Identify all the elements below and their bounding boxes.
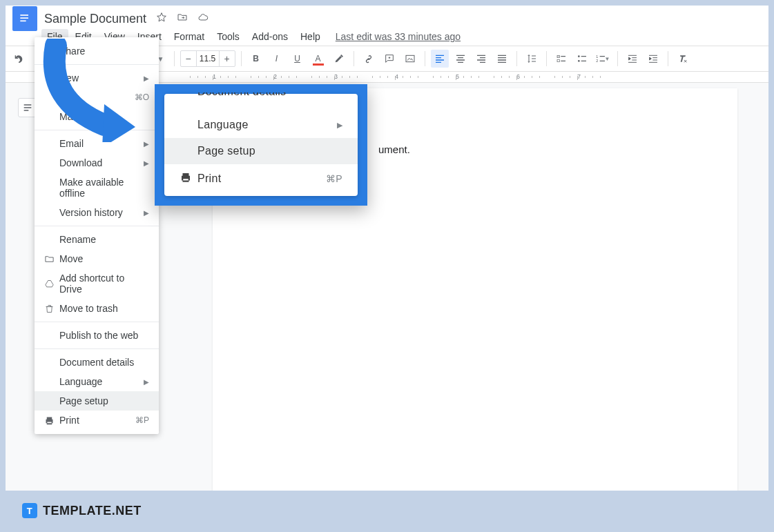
menu-help[interactable]: Help	[295, 29, 326, 44]
menu-new[interactable]: New▶	[35, 68, 159, 88]
image-button[interactable]	[401, 50, 419, 68]
highlight-button[interactable]	[330, 50, 348, 68]
align-right-button[interactable]	[472, 50, 490, 68]
font-size-decrease[interactable]: −	[181, 51, 196, 66]
label: Publish to the web	[59, 330, 149, 341]
menu-email[interactable]: Email▶	[35, 134, 159, 153]
caret-icon: ▼	[605, 56, 610, 62]
drive-icon	[44, 279, 59, 289]
align-center-button[interactable]	[452, 50, 470, 68]
menu-rename[interactable]: Rename	[35, 230, 159, 249]
star-icon[interactable]	[156, 12, 167, 26]
callout-print[interactable]: Print⌘P	[164, 164, 358, 193]
label: Document details	[59, 357, 149, 368]
undo-button[interactable]	[10, 50, 28, 68]
cloud-icon[interactable]	[197, 12, 209, 26]
align-justify-button[interactable]	[493, 50, 511, 68]
menu-version-history[interactable]: Version history▶	[35, 203, 159, 222]
menu-open[interactable]: en⌘O	[35, 88, 159, 107]
separator	[668, 51, 668, 66]
font-size-increase[interactable]: +	[220, 51, 235, 66]
italic-button[interactable]: I	[268, 50, 286, 68]
callout-zoom: Document details Language▶ Page setup Pr…	[155, 84, 367, 206]
font-size-value[interactable]: 11.5	[196, 51, 220, 66]
menu-make-copy[interactable]: Make py	[35, 107, 159, 126]
menu-share[interactable]: Share	[35, 41, 159, 61]
menu-available-offline[interactable]: Make available offline	[35, 173, 159, 203]
doc-title[interactable]: Sample Document	[44, 12, 146, 26]
svg-text:2: 2	[596, 59, 598, 63]
menu-format[interactable]: Format	[168, 29, 210, 44]
label: Add shortcut to Drive	[59, 273, 149, 295]
label: Page setup	[59, 395, 149, 406]
watermark: T TEMPLATE.NET	[22, 503, 142, 518]
text-color-button[interactable]: A	[309, 50, 327, 68]
menu-add-shortcut[interactable]: Add shortcut to Drive	[35, 268, 159, 299]
increase-indent-button[interactable]	[644, 50, 662, 68]
checklist-button[interactable]	[552, 50, 570, 68]
print-icon	[180, 171, 197, 186]
move-folder-icon[interactable]	[177, 12, 188, 26]
label: Move to trash	[59, 303, 149, 314]
menu-publish[interactable]: Publish to the web	[35, 326, 159, 345]
menu-move-trash[interactable]: Move to trash	[35, 299, 159, 318]
line-spacing-button[interactable]	[523, 50, 541, 68]
label: Make available offline	[59, 177, 149, 199]
bold-button[interactable]: B	[247, 50, 265, 68]
label: Language	[197, 119, 337, 131]
svg-point-7	[578, 55, 580, 57]
callout-doc-details[interactable]: Document details	[164, 92, 358, 112]
separator	[354, 51, 354, 66]
underline-button[interactable]: U	[289, 50, 307, 68]
submenu-arrow-icon: ▶	[337, 121, 342, 130]
label: Print	[197, 173, 326, 185]
label: Share	[59, 46, 149, 57]
submenu-arrow-icon: ▶	[144, 159, 149, 167]
bulleted-list-button[interactable]	[573, 50, 591, 68]
last-edit-link[interactable]: Last edit was 33 minutes ago	[336, 31, 461, 42]
align-left-button[interactable]	[431, 50, 449, 68]
svg-rect-1	[20, 14, 28, 16]
callout-page-setup[interactable]: Page setup	[164, 138, 358, 164]
label: Make py	[59, 111, 149, 122]
label: New	[59, 72, 144, 83]
label: Document details	[197, 92, 342, 105]
menu-tools[interactable]: Tools	[211, 29, 245, 44]
menu-page-setup[interactable]: Page setup	[35, 391, 159, 411]
menu-document-details[interactable]: Document details	[35, 353, 159, 372]
separator	[425, 51, 425, 66]
submenu-arrow-icon: ▶	[144, 209, 149, 217]
separator	[516, 51, 517, 66]
menu-move[interactable]: Move	[35, 249, 159, 268]
watermark-text: TEMPLATE.NET	[43, 504, 142, 518]
shortcut: ⌘P	[135, 415, 149, 425]
label: Email	[59, 138, 144, 149]
callout-language[interactable]: Language▶	[164, 112, 358, 138]
shortcut: ⌘P	[326, 173, 342, 184]
numbered-list-button[interactable]: 12▼	[594, 50, 612, 68]
label: Rename	[59, 234, 149, 245]
label: Language	[59, 376, 144, 387]
menu-addons[interactable]: Add-ons	[246, 29, 293, 44]
label: en	[59, 92, 135, 103]
menu-language[interactable]: Language▶	[35, 372, 159, 391]
svg-rect-3	[20, 21, 26, 22]
link-button[interactable]	[360, 50, 378, 68]
title-icons	[156, 12, 209, 26]
template-logo-icon: T	[22, 503, 37, 518]
folder-icon	[44, 254, 59, 264]
titlebar: Sample Document	[6, 6, 768, 28]
comment-button[interactable]	[380, 50, 398, 68]
submenu-arrow-icon: ▶	[144, 75, 149, 82]
file-dropdown: Share New▶ en⌘O Make py Email▶ Download▶…	[35, 37, 159, 434]
decrease-indent-button[interactable]	[623, 50, 641, 68]
svg-text:1: 1	[596, 55, 598, 59]
ruler-marks: 1234567	[213, 72, 768, 82]
clear-formatting-button[interactable]	[674, 50, 692, 68]
menu-print[interactable]: Print⌘P	[35, 411, 159, 430]
separator	[174, 51, 175, 66]
menu-download[interactable]: Download▶	[35, 153, 159, 173]
docs-logo-icon[interactable]	[12, 6, 37, 31]
submenu-arrow-icon: ▶	[144, 378, 149, 386]
submenu-arrow-icon: ▶	[144, 140, 149, 148]
